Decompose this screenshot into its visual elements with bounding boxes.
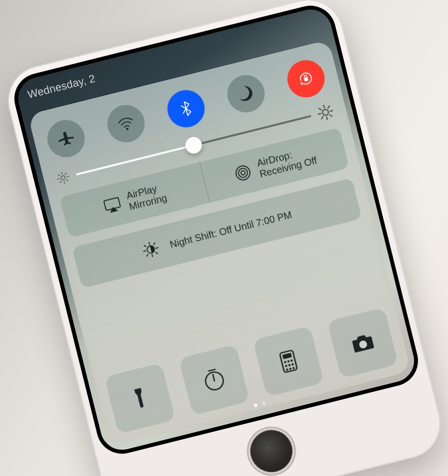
shortcut-tiles	[104, 307, 398, 434]
airdrop-icon	[231, 161, 255, 185]
svg-line-27	[144, 250, 146, 251]
svg-line-13	[326, 117, 327, 119]
svg-rect-38	[282, 352, 292, 359]
brightness-thumb[interactable]	[183, 135, 203, 155]
airplane-mode-toggle[interactable]	[43, 116, 88, 161]
svg-point-41	[290, 359, 292, 361]
control-center-panel: AirPlay Mirroring AirDrop:	[27, 40, 411, 446]
screen: Wednesday, 2	[13, 5, 418, 454]
brightness-high-icon	[316, 103, 335, 122]
airplane-icon	[54, 127, 77, 150]
flashlight-icon	[124, 382, 156, 414]
svg-line-29	[144, 245, 146, 247]
airdrop-label: AirDrop: Receiving Off	[256, 144, 318, 180]
svg-point-2	[60, 175, 65, 180]
svg-line-10	[60, 181, 61, 183]
svg-point-44	[291, 363, 293, 365]
svg-line-6	[67, 176, 68, 177]
lockscreen-date: Wednesday, 2	[26, 72, 96, 101]
airplay-icon	[101, 193, 124, 217]
svg-line-14	[318, 113, 320, 114]
svg-point-21	[240, 170, 245, 175]
svg-rect-20	[104, 197, 120, 211]
flashlight-button[interactable]	[104, 363, 175, 434]
do-not-disturb-toggle[interactable]	[223, 71, 268, 116]
timer-icon	[198, 364, 230, 396]
svg-line-30	[156, 252, 158, 254]
scene: Wednesday, 2	[0, 0, 448, 476]
svg-line-35	[212, 374, 214, 381]
svg-line-19	[321, 116, 323, 119]
page-dot-active	[253, 403, 257, 407]
svg-line-28	[156, 247, 158, 248]
night-shift-label: Night Shift: Off Until 7:00 PM	[168, 209, 292, 250]
svg-point-40	[287, 360, 290, 362]
svg-point-0	[126, 127, 129, 130]
svg-line-17	[329, 114, 332, 117]
svg-line-31	[153, 242, 155, 244]
screen-bezel: Wednesday, 2	[9, 0, 423, 459]
svg-point-42	[285, 364, 287, 367]
svg-line-25	[149, 242, 150, 244]
iphone-device: Wednesday, 2	[0, 0, 448, 476]
svg-line-16	[319, 108, 321, 110]
svg-line-7	[58, 174, 59, 176]
svg-line-9	[65, 173, 66, 174]
camera-button[interactable]	[327, 307, 398, 378]
moon-icon	[235, 82, 257, 105]
svg-line-18	[327, 106, 330, 108]
page-dot	[262, 401, 265, 405]
svg-point-43	[288, 364, 290, 366]
bluetooth-toggle[interactable]	[163, 86, 209, 131]
home-button[interactable]	[245, 425, 296, 476]
control-center-pager[interactable]	[253, 401, 265, 407]
calculator-icon	[272, 345, 304, 377]
svg-point-22	[237, 167, 248, 178]
night-shift-icon	[140, 238, 161, 260]
camera-icon	[346, 326, 378, 358]
airplay-label: AirPlay Mirroring	[125, 181, 168, 212]
svg-point-23	[235, 164, 251, 181]
svg-line-5	[57, 179, 59, 179]
timer-button[interactable]	[178, 344, 249, 415]
svg-line-12	[323, 105, 324, 107]
svg-point-47	[292, 367, 294, 369]
rotation-lock-toggle[interactable]	[283, 56, 328, 101]
svg-point-11	[322, 108, 329, 116]
rotation-lock-icon	[294, 67, 317, 90]
svg-line-32	[146, 254, 148, 256]
brightness-low-icon	[55, 170, 71, 185]
svg-point-45	[286, 368, 288, 370]
svg-line-8	[66, 179, 68, 181]
bluetooth-icon	[175, 97, 197, 120]
svg-line-3	[61, 172, 62, 174]
wifi-icon	[114, 112, 137, 135]
svg-line-15	[330, 110, 333, 111]
svg-line-26	[152, 254, 153, 256]
svg-point-46	[289, 367, 291, 370]
svg-point-39	[284, 361, 286, 363]
wifi-toggle[interactable]	[103, 101, 148, 146]
calculator-button[interactable]	[253, 325, 324, 397]
svg-line-36	[209, 369, 215, 370]
svg-line-4	[64, 182, 64, 183]
